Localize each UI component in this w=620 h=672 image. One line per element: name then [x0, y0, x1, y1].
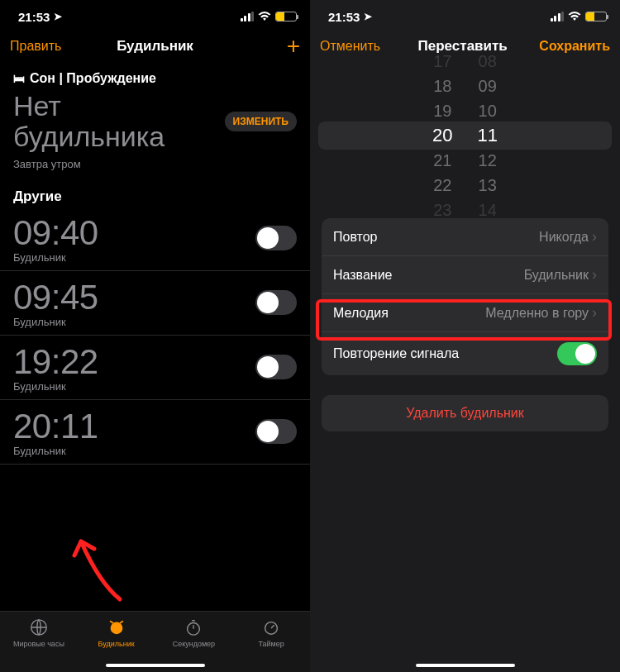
edit-alarm-screen: 21:53 ➤ Отменить Переставить Сохранить 1… [310, 0, 620, 672]
alarm-time: 20:11 [13, 407, 98, 446]
repeat-label: Повтор [333, 230, 378, 245]
battery-icon [585, 12, 607, 21]
cancel-button[interactable]: Отменить [320, 39, 386, 54]
name-row[interactable]: Название Будильник› [322, 256, 608, 294]
save-button[interactable]: Сохранить [539, 39, 610, 54]
svg-point-1 [110, 622, 122, 635]
alarm-list-screen: 21:53 ➤ Править Будильник + 🛏 Сон | Проб… [0, 0, 310, 672]
location-icon: ➤ [54, 11, 62, 22]
alarm-toggle[interactable] [255, 355, 297, 379]
repeat-row[interactable]: Повтор Никогда› [322, 218, 608, 256]
status-bar: 21:53 ➤ [0, 0, 310, 28]
alarm-label: Будильник [13, 251, 98, 264]
minute-column[interactable]: 08 09 10 11 12 13 14 [478, 49, 498, 222]
chevron-right-icon: › [592, 304, 597, 322]
wifi-icon [568, 12, 581, 21]
home-indicator[interactable] [416, 664, 515, 667]
alarm-time: 09:40 [13, 213, 98, 253]
alarm-time: 09:45 [13, 278, 98, 317]
sleep-title: Сон | Пробуждение [30, 71, 156, 86]
alarm-label: Будильник [13, 380, 98, 393]
nav-bar: Править Будильник + [0, 28, 310, 64]
battery-icon [275, 12, 297, 21]
status-time: 21:53 [328, 10, 360, 24]
status-indicators [551, 12, 608, 21]
alarm-label: Будильник [13, 316, 98, 328]
others-header: Другие [0, 182, 310, 207]
alarm-time: 19:22 [13, 342, 98, 382]
annotation-arrow [66, 529, 132, 603]
sound-value: Медленно в гору [485, 306, 589, 321]
edit-button[interactable]: Править [10, 39, 76, 54]
chevron-right-icon: › [592, 266, 597, 284]
alarm-settings-group: Повтор Никогда› Название Будильник› Мело… [322, 218, 608, 375]
status-bar: 21:53 ➤ [310, 0, 620, 28]
status-indicators [241, 12, 298, 21]
stopwatch-icon [184, 617, 203, 637]
tab-timer[interactable]: Таймер [232, 612, 310, 672]
sound-row[interactable]: Мелодия Медленно в гору› [322, 294, 608, 332]
alarm-toggle[interactable] [255, 226, 297, 250]
name-label: Название [333, 268, 393, 283]
alarm-row[interactable]: 19:22 Будильник [0, 336, 310, 400]
tab-bar: Мировые часы Будильник Секундомер Таймер [0, 611, 310, 672]
cellular-signal-icon [241, 12, 255, 21]
alarm-row[interactable]: 20:11 Будильник [0, 400, 310, 465]
svg-point-2 [188, 623, 200, 636]
home-indicator[interactable] [106, 664, 205, 667]
alarm-toggle[interactable] [255, 290, 297, 315]
sleep-section-header: 🛏 Сон | Пробуждение [0, 64, 310, 91]
alarm-label: Будильник [13, 445, 98, 457]
status-time: 21:53 [18, 10, 50, 24]
tomorrow-label: Завтра утром [0, 158, 310, 182]
alarm-icon [107, 617, 126, 637]
snooze-toggle[interactable] [557, 342, 597, 365]
cellular-signal-icon [551, 12, 565, 21]
no-alarm-text: Нет будильника [13, 91, 165, 153]
globe-icon [29, 617, 49, 637]
alarm-row[interactable]: 09:45 Будильник [0, 271, 310, 336]
bed-icon: 🛏 [13, 72, 25, 85]
timer-icon [261, 617, 281, 637]
sound-label: Мелодия [333, 306, 389, 321]
chevron-right-icon: › [592, 228, 597, 245]
alarm-toggle[interactable] [255, 419, 297, 444]
tab-world-clock[interactable]: Мировые часы [0, 612, 78, 672]
wifi-icon [258, 12, 271, 21]
snooze-label: Повторение сигнала [333, 346, 459, 361]
location-icon: ➤ [364, 11, 372, 22]
time-picker[interactable]: 17 18 19 20 21 22 23 08 09 10 11 12 13 1… [310, 69, 620, 202]
name-value: Будильник [524, 268, 589, 283]
screen-title: Будильник [76, 38, 234, 55]
alarm-row[interactable]: 09:40 Будильник [0, 207, 310, 271]
snooze-row: Повторение сигнала [322, 332, 608, 375]
change-button[interactable]: ИЗМЕНИТЬ [225, 112, 297, 131]
add-alarm-button[interactable]: + [234, 39, 300, 54]
delete-alarm-button[interactable]: Удалить будильник [322, 395, 608, 431]
hour-column[interactable]: 17 18 19 20 21 22 23 [432, 49, 452, 222]
repeat-value: Никогда [539, 230, 589, 245]
